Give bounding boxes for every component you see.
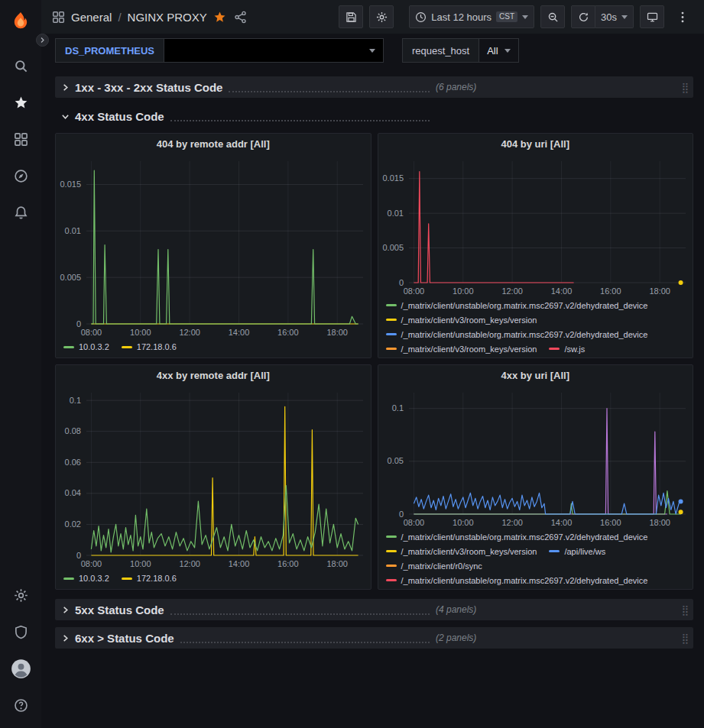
drag-handle-icon[interactable]	[681, 83, 689, 92]
legend-item[interactable]: /api/live/ws	[549, 544, 605, 558]
breadcrumb-separator: /	[118, 11, 121, 24]
legend-label: /_matrix/client/unstable/org.matrix.msc2…	[401, 301, 648, 310]
legend-item[interactable]: /_matrix/client/r0/sync	[386, 558, 482, 573]
apps-grid-icon[interactable]	[52, 11, 65, 24]
svg-text:0.06: 0.06	[65, 458, 81, 467]
sidebar-item-configuration[interactable]	[0, 577, 41, 613]
svg-text:10:00: 10:00	[130, 559, 151, 568]
sidebar	[0, 0, 41, 728]
svg-text:0: 0	[398, 278, 403, 287]
row-title: 4xx Status Code	[75, 110, 164, 123]
row-title: 5xx Status Code	[75, 603, 164, 616]
legend-item[interactable]: /sw.js	[549, 341, 585, 356]
panel-4xx-by-uri: 4xx by uri [All] 00.050.108:0010:0012:00…	[378, 364, 694, 590]
save-dashboard-button[interactable]	[339, 5, 363, 28]
zoom-out-button[interactable]	[540, 5, 565, 28]
dashboard-title[interactable]: NGINX PROXY	[128, 11, 207, 24]
share-icon[interactable]	[234, 11, 247, 24]
svg-text:12:00: 12:00	[501, 286, 523, 296]
legend-item[interactable]: /_matrix/client/unstable/org.matrix.msc2…	[386, 573, 648, 587]
variable-ds-prometheus-select[interactable]	[164, 38, 384, 63]
chart-4xx-by-remote-addr[interactable]: 00.020.040.060.080.108:0010:0012:0014:00…	[56, 387, 371, 571]
sidebar-bottom-menu	[0, 577, 41, 728]
variable-request-host-select[interactable]: All	[479, 38, 518, 63]
user-avatar	[11, 658, 31, 679]
tv-mode-button[interactable]	[640, 5, 664, 28]
variable-label-request-host[interactable]: request_host	[402, 38, 479, 63]
variable-label-ds-prometheus[interactable]: DS_PROMETHEUS	[55, 38, 164, 63]
legend-item[interactable]: 10.0.3.2	[63, 340, 109, 354]
legend-item[interactable]: 172.18.0.6	[122, 571, 177, 586]
chart-svg: 00.0050.010.01508:0010:0012:0014:0016:00…	[378, 155, 693, 298]
star-icon	[14, 95, 28, 110]
svg-text:14:00: 14:00	[550, 518, 572, 527]
svg-text:0.04: 0.04	[65, 488, 81, 497]
sidebar-item-dashboards[interactable]	[0, 121, 41, 157]
panel-grid: 404 by remote addr [All] 00.0050.010.015…	[55, 133, 693, 590]
panel-title[interactable]: 4xx by remote addr [All]	[56, 365, 371, 387]
legend-label: /_matrix/client/unstable/org.matrix.msc2…	[401, 576, 648, 585]
chevron-right-icon	[39, 37, 46, 44]
chart-4xx-by-uri[interactable]: 00.050.108:0010:0012:0014:0016:0018:00	[378, 387, 693, 529]
chevron-down-icon	[504, 49, 511, 53]
sidebar-item-starred[interactable]	[0, 84, 41, 121]
refresh-button[interactable]	[571, 5, 595, 28]
time-range-picker[interactable]: Last 12 hours CST	[409, 5, 534, 28]
legend-item[interactable]: 172.18.0.6	[122, 340, 177, 354]
search-icon	[14, 59, 28, 73]
svg-text:0: 0	[76, 551, 81, 560]
legend-item[interactable]: /_matrix/client/unstable/org.matrix.msc2…	[386, 298, 648, 312]
breadcrumb-section[interactable]: General	[71, 11, 112, 24]
more-options-button[interactable]	[670, 5, 695, 28]
panel-title[interactable]: 404 by remote addr [All]	[56, 134, 371, 155]
svg-text:16:00: 16:00	[600, 286, 621, 296]
chart-404-by-remote-addr[interactable]: 00.0050.010.01508:0010:0012:0014:0016:00…	[56, 155, 371, 339]
sidebar-item-alerting[interactable]	[0, 194, 41, 231]
legend-swatch-icon	[122, 346, 132, 348]
svg-text:0.015: 0.015	[382, 173, 404, 183]
legend-item[interactable]: /_matrix/client/v3/room_keys/version	[386, 544, 537, 558]
legend-label: /_matrix/client/unstable/org.matrix.msc2…	[401, 330, 648, 339]
panel-title[interactable]: 404 by uri [All]	[378, 134, 693, 155]
refresh-interval-dropdown[interactable]: 30s	[595, 5, 634, 28]
favorite-star-icon[interactable]	[213, 11, 226, 24]
variables-bar: DS_PROMETHEUS request_host All	[41, 34, 704, 67]
sidebar-item-server-admin[interactable]	[0, 613, 41, 650]
row-title: 6xx > Status Code	[75, 632, 174, 645]
help-icon	[14, 698, 28, 713]
svg-text:08:00: 08:00	[403, 286, 424, 296]
row-dotted-leader	[229, 86, 430, 92]
sidebar-item-help[interactable]	[0, 687, 41, 723]
legend-label: /api/live/ws	[564, 547, 605, 556]
row-1xx-3xx-2xx[interactable]: 1xx - 3xx - 2xx Status Code (6 panels)	[55, 76, 693, 98]
legend-item[interactable]: /_matrix/client/unstable/org.matrix.msc2…	[386, 327, 648, 341]
compass-icon	[14, 169, 28, 183]
svg-text:08:00: 08:00	[81, 559, 102, 568]
drag-handle-icon[interactable]	[681, 605, 689, 615]
sidebar-expand-toggle[interactable]	[36, 34, 49, 47]
gear-icon	[376, 11, 388, 23]
row-6xx[interactable]: 6xx > Status Code (2 panels)	[55, 627, 693, 649]
sidebar-item-profile[interactable]	[0, 650, 41, 687]
svg-text:18:00: 18:00	[326, 328, 348, 337]
sidebar-item-search[interactable]	[0, 47, 41, 84]
legend-item[interactable]: 10.0.3.2	[63, 571, 109, 586]
grafana-logo-icon[interactable]	[8, 9, 33, 34]
sidebar-item-explore[interactable]	[0, 157, 41, 194]
row-4xx[interactable]: 4xx Status Code	[55, 105, 693, 127]
legend-swatch-icon	[386, 333, 397, 335]
legend-item[interactable]: /_matrix/client/v3/room_keys/version	[386, 341, 537, 356]
chart-404-by-uri[interactable]: 00.0050.010.01508:0010:0012:0014:0016:00…	[378, 155, 693, 298]
row-panel-count: (4 panels)	[436, 604, 476, 615]
legend-label: /_matrix/client/v3/room_keys/version	[401, 547, 537, 556]
dashboard-settings-button[interactable]	[369, 5, 394, 28]
kebab-menu-icon	[681, 11, 684, 23]
row-5xx[interactable]: 5xx Status Code (4 panels)	[55, 599, 693, 620]
panel-404-by-remote-addr: 404 by remote addr [All] 00.0050.010.015…	[55, 133, 371, 358]
legend-item[interactable]: /_matrix/client/unstable/org.matrix.msc2…	[386, 529, 648, 544]
legend-item[interactable]: /_matrix/client/v3/room_keys/version	[386, 312, 537, 327]
panel-title[interactable]: 4xx by uri [All]	[378, 365, 693, 387]
legend-swatch-icon	[386, 535, 397, 538]
chevron-down-icon	[60, 111, 70, 121]
drag-handle-icon[interactable]	[681, 633, 689, 643]
